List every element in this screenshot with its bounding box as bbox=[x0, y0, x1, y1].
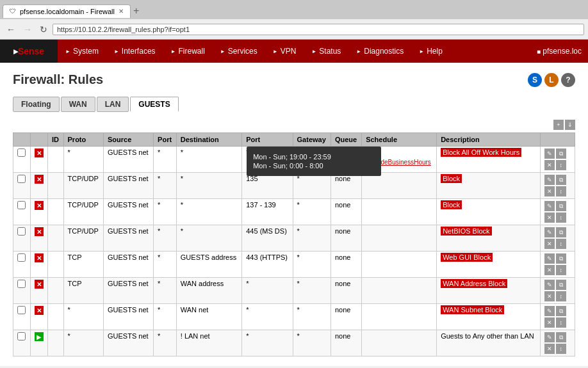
page-title: Firewall: Rules bbox=[13, 72, 103, 87]
row-id bbox=[48, 199, 63, 225]
help-q-button[interactable]: ? bbox=[561, 73, 575, 87]
hostname-icon: ■ bbox=[537, 48, 541, 55]
delete-button[interactable]: ✕ bbox=[544, 291, 555, 301]
col-source: Source bbox=[104, 133, 154, 147]
forward-button[interactable]: → bbox=[20, 23, 35, 36]
row-action-icons: ✎⧉✕↕ bbox=[544, 175, 570, 196]
col-destination: Destination bbox=[176, 133, 241, 147]
copy-button[interactable]: ⧉ bbox=[556, 227, 566, 237]
edit-button[interactable]: ✎ bbox=[544, 280, 555, 290]
address-input[interactable] bbox=[53, 24, 584, 35]
row-checkbox[interactable] bbox=[17, 306, 26, 314]
move-button[interactable]: ↕ bbox=[556, 160, 566, 170]
add-rule-bottom-button[interactable]: ⇓ bbox=[565, 120, 575, 130]
copy-button[interactable]: ⧉ bbox=[556, 201, 566, 211]
edit-button[interactable]: ✎ bbox=[544, 253, 555, 264]
table-row: ✕*GUESTS net****none✕OutsideBusinessHour… bbox=[13, 147, 575, 173]
nav-item-help[interactable]: ► Help bbox=[411, 40, 450, 63]
row-id bbox=[48, 278, 63, 304]
row-actions-cell: ✎⧉✕↕ bbox=[540, 199, 575, 225]
edit-button[interactable]: ✎ bbox=[544, 175, 555, 185]
table-top-actions: + ⇓ bbox=[13, 120, 575, 130]
browser-tab[interactable]: 🛡 pfsense.localdomain - Firewall ✕ bbox=[3, 4, 131, 18]
copy-button[interactable]: ⧉ bbox=[556, 280, 566, 290]
copy-button[interactable]: ⧉ bbox=[556, 332, 566, 342]
table-row: ✕TCP/UDPGUESTS net**137 - 139*noneBlock✎… bbox=[13, 199, 575, 225]
add-rule-top-button[interactable]: + bbox=[553, 120, 564, 130]
copy-button[interactable]: ⧉ bbox=[556, 253, 566, 264]
edit-button[interactable]: ✎ bbox=[544, 227, 555, 237]
row-src-port: * bbox=[154, 252, 177, 278]
row-checkbox[interactable] bbox=[17, 148, 26, 157]
tab-wan[interactable]: WAN bbox=[61, 97, 95, 112]
edit-button[interactable]: ✎ bbox=[544, 332, 555, 342]
row-queue: none bbox=[331, 304, 361, 330]
nav-item-system[interactable]: ► System bbox=[58, 40, 106, 63]
nav-item-status[interactable]: ► Status bbox=[304, 40, 348, 63]
copy-button[interactable]: ⧉ bbox=[556, 148, 566, 159]
row-proto: TCP/UDP bbox=[63, 173, 104, 199]
row-dst-port: 445 (MS DS) bbox=[242, 225, 293, 252]
nav-arrow-system: ► bbox=[65, 49, 70, 54]
reload-button[interactable]: ↻ bbox=[37, 23, 50, 36]
nav-item-interfaces[interactable]: ► Interfaces bbox=[106, 40, 163, 63]
help-s-button[interactable]: S bbox=[528, 73, 542, 87]
row-proto: * bbox=[63, 304, 104, 330]
nav-item-vpn[interactable]: ► VPN bbox=[265, 40, 304, 63]
row-dst-port: 137 - 139 bbox=[242, 199, 293, 225]
move-button[interactable]: ↕ bbox=[556, 212, 566, 223]
move-button[interactable]: ↕ bbox=[556, 317, 566, 328]
delete-button[interactable]: ✕ bbox=[544, 265, 555, 275]
row-actions-cell: ✎⧉✕↕ bbox=[540, 225, 575, 252]
delete-button[interactable]: ✕ bbox=[544, 160, 555, 170]
move-button[interactable]: ↕ bbox=[556, 265, 566, 275]
nav-hostname: ■ pfsense.loc bbox=[530, 47, 588, 56]
col-status bbox=[30, 133, 48, 147]
row-destination: * bbox=[176, 147, 241, 173]
status-x-icon: ✕ bbox=[35, 253, 44, 262]
tab-close-button[interactable]: ✕ bbox=[118, 8, 124, 15]
move-button[interactable]: ↕ bbox=[556, 239, 566, 249]
tooltip-line: Mon - Sun; 19:00 - 23:59 bbox=[253, 153, 375, 161]
back-button[interactable]: ← bbox=[4, 23, 18, 36]
delete-button[interactable]: ✕ bbox=[544, 212, 555, 223]
delete-button[interactable]: ✕ bbox=[544, 317, 555, 328]
move-button[interactable]: ↕ bbox=[556, 186, 566, 196]
edit-button[interactable]: ✎ bbox=[544, 201, 555, 211]
row-dst-port: * bbox=[242, 330, 293, 356]
row-status-cell: ✕ bbox=[30, 304, 48, 330]
row-gateway: * bbox=[293, 278, 331, 304]
tab-floating[interactable]: Floating bbox=[13, 97, 60, 112]
nav-item-services[interactable]: ► Services bbox=[213, 40, 265, 63]
tab-guests[interactable]: GUESTS bbox=[130, 97, 178, 112]
row-checkbox[interactable] bbox=[17, 175, 26, 183]
delete-button[interactable]: ✕ bbox=[544, 186, 555, 196]
tab-lan[interactable]: LAN bbox=[97, 97, 129, 112]
col-description: Description bbox=[437, 133, 541, 147]
new-tab-button[interactable]: + bbox=[133, 5, 139, 17]
edit-button[interactable]: ✎ bbox=[544, 306, 555, 316]
row-checkbox[interactable] bbox=[17, 201, 26, 209]
row-checkbox[interactable] bbox=[17, 253, 26, 262]
move-button[interactable]: ↕ bbox=[556, 344, 566, 354]
help-l-button[interactable]: L bbox=[544, 73, 559, 87]
copy-button[interactable]: ⧉ bbox=[556, 306, 566, 316]
nav-item-diagnostics[interactable]: ► Diagnostics bbox=[348, 40, 411, 63]
nav-label-status: Status bbox=[319, 47, 341, 56]
row-src-port: * bbox=[154, 304, 177, 330]
row-src-port: * bbox=[154, 330, 177, 356]
delete-button[interactable]: ✕ bbox=[544, 239, 555, 249]
row-checkbox[interactable] bbox=[17, 227, 26, 236]
row-checkbox[interactable] bbox=[17, 332, 26, 340]
row-dst-port: 135 bbox=[242, 173, 293, 199]
move-button[interactable]: ↕ bbox=[556, 291, 566, 301]
delete-button[interactable]: ✕ bbox=[544, 344, 555, 354]
nav-item-firewall[interactable]: ► Firewall bbox=[163, 40, 213, 63]
row-source: GUESTS net bbox=[104, 225, 154, 252]
table-row: ✕TCPGUESTS net*WAN address**noneWAN Addr… bbox=[13, 278, 575, 304]
edit-button[interactable]: ✎ bbox=[544, 148, 555, 159]
nav-arrow-vpn: ► bbox=[273, 49, 278, 54]
copy-button[interactable]: ⧉ bbox=[556, 175, 566, 185]
nav-arrow-diagnostics: ► bbox=[356, 49, 361, 54]
row-checkbox[interactable] bbox=[17, 280, 26, 288]
